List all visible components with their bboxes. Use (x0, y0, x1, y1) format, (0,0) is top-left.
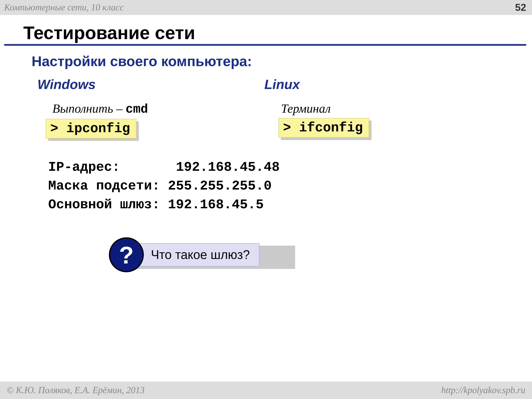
gw-value: 192.168.45.5 (168, 197, 264, 212)
gw-label: Основной шлюз: (48, 197, 160, 212)
windows-run-cmd: cmd (126, 102, 148, 116)
windows-column: Windows Выполнить – cmd > ipconfig (32, 77, 264, 139)
slide: Компьютерные сети, 10 класс 52 Тестирова… (0, 0, 532, 399)
windows-run-sep: – (113, 101, 126, 115)
mask-label: Маска подсети: (48, 178, 160, 194)
bottom-bar: © К.Ю. Поляков, Е.А. Ерёмин, 2013 http:/… (0, 382, 532, 399)
title-block: Тестирование сети (0, 15, 532, 43)
windows-run-label: Выполнить (52, 101, 113, 115)
windows-run-line: Выполнить – cmd (52, 101, 264, 116)
linux-cmdbox-wrap: > ifconfig (279, 118, 369, 138)
ip-label: IP-адрес: (48, 160, 120, 175)
linux-command-box: > ifconfig (279, 118, 369, 138)
windows-command-box: > ipconfig (46, 119, 136, 139)
footer-url: http://kpolyakov.spb.ru (441, 385, 525, 396)
title-underline (4, 44, 526, 46)
question-mark-icon: ? (109, 238, 144, 272)
slide-title: Тестирование сети (23, 22, 532, 43)
copyright: © К.Ю. Поляков, Е.А. Ерёмин, 2013 (7, 385, 145, 396)
linux-label: Linux (264, 77, 532, 92)
two-columns: Windows Выполнить – cmd > ipconfig Linux… (32, 77, 532, 139)
top-bar: Компьютерные сети, 10 класс 52 (0, 0, 532, 15)
windows-label: Windows (37, 77, 264, 92)
content: Настройки своего компьютера: Windows Вып… (0, 46, 532, 278)
network-output: IP-адрес: 192.168.45.48 Маска подсети: 2… (48, 158, 532, 214)
question-callout: Что такое шлюз? ? (109, 238, 532, 278)
linux-run-line: Терминал (281, 101, 532, 116)
windows-cmdbox-wrap: > ipconfig (46, 119, 136, 139)
subtitle: Настройки своего компьютера: (32, 53, 532, 70)
linux-run-label: Терминал (281, 101, 331, 115)
page-number: 52 (515, 2, 526, 13)
ip-value: 192.168.45.48 (176, 160, 280, 175)
question-box: Что такое шлюз? (127, 243, 259, 266)
course-label: Компьютерные сети, 10 класс (4, 2, 124, 13)
linux-column: Linux Терминал > ifconfig (264, 77, 532, 139)
mask-value: 255.255.255.0 (168, 178, 272, 194)
